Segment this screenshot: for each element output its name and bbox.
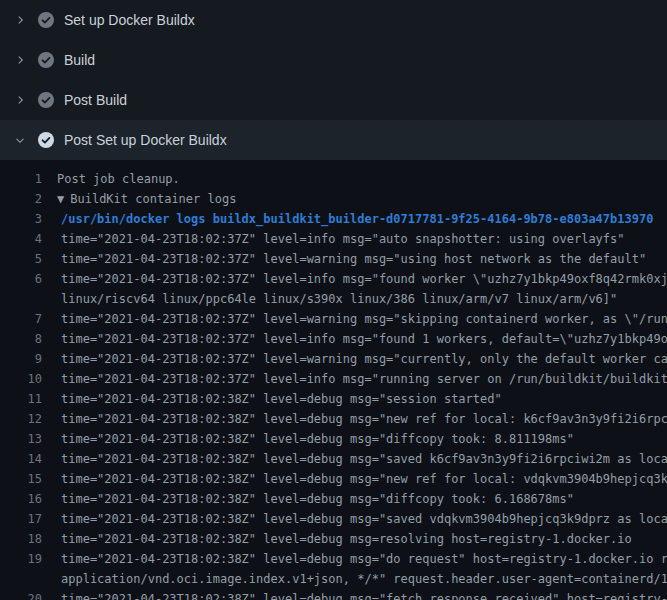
log-line-text: time="2021-04-23T18:02:37Z" level=warnin… [61, 252, 646, 266]
step-row-build[interactable]: Build [0, 40, 667, 80]
log-line-text: time="2021-04-23T18:02:38Z" level=debug … [61, 452, 667, 466]
log-line-text: /usr/bin/docker logs buildx_buildkit_bui… [61, 212, 653, 226]
step-row-post-set-up-docker-buildx[interactable]: Post Set up Docker Buildx [0, 120, 667, 160]
log-line: 17time="2021-04-23T18:02:38Z" level=debu… [0, 509, 667, 529]
group-collapse-marker-icon[interactable]: ▼ [57, 192, 64, 206]
log-line-text: time="2021-04-23T18:02:37Z" level=info m… [61, 272, 667, 286]
log-line-text: time="2021-04-23T18:02:38Z" level=debug … [61, 592, 667, 600]
log-line-number[interactable]: 15 [0, 469, 42, 489]
log-line: 3/usr/bin/docker logs buildx_buildkit_bu… [0, 209, 667, 229]
check-success-icon [38, 132, 54, 148]
log-line: 8time="2021-04-23T18:02:37Z" level=info … [0, 329, 667, 349]
log-line-text: linux/riscv64 linux/ppc64le linux/s390x … [61, 292, 617, 306]
log-line: 1Post job cleanup. [0, 169, 667, 189]
log-pane[interactable]: 1Post job cleanup.2▼BuildKit container l… [0, 160, 667, 600]
log-line-text: time="2021-04-23T18:02:38Z" level=debug … [61, 412, 667, 426]
log-line-number[interactable]: 2 [0, 189, 42, 209]
log-line-text: time="2021-04-23T18:02:37Z" level=info m… [61, 332, 667, 346]
log-line-number[interactable]: 1 [0, 169, 42, 189]
log-line: application/vnd.oci.image.index.v1+json,… [0, 569, 667, 589]
log-line: 2▼BuildKit container logs [0, 189, 667, 209]
check-success-icon [38, 52, 54, 68]
log-line-text: time="2021-04-23T18:02:38Z" level=debug … [61, 512, 667, 526]
log-line-text: time="2021-04-23T18:02:37Z" level=warnin… [61, 352, 667, 366]
log-line-number[interactable]: 17 [0, 509, 42, 529]
log-line: 6time="2021-04-23T18:02:37Z" level=info … [0, 269, 667, 289]
log-line-text: time="2021-04-23T18:02:38Z" level=debug … [61, 392, 502, 406]
step-row-set-up-docker-buildx[interactable]: Set up Docker Buildx [0, 0, 667, 40]
log-line-text: time="2021-04-23T18:02:37Z" level=info m… [61, 232, 625, 246]
chevron-icon [14, 134, 26, 146]
log-line: 16time="2021-04-23T18:02:38Z" level=debu… [0, 489, 667, 509]
log-line-number[interactable]: 14 [0, 449, 42, 469]
log-line-text: time="2021-04-23T18:02:38Z" level=debug … [61, 532, 632, 546]
log-line-number[interactable]: 11 [0, 389, 42, 409]
log-line-number[interactable]: 10 [0, 369, 42, 389]
log-line: 10time="2021-04-23T18:02:37Z" level=info… [0, 369, 667, 389]
log-line-text: time="2021-04-23T18:02:37Z" level=warnin… [61, 312, 667, 326]
check-success-icon [38, 92, 54, 108]
step-row-post-build[interactable]: Post Build [0, 80, 667, 120]
log-line-number[interactable]: 5 [0, 249, 42, 269]
log-line: 14time="2021-04-23T18:02:38Z" level=debu… [0, 449, 667, 469]
log-line-text: time="2021-04-23T18:02:38Z" level=debug … [61, 492, 574, 506]
step-label: Build [64, 50, 95, 70]
log-line-number[interactable]: 13 [0, 429, 42, 449]
steps-list: Set up Docker Buildx Build Post Build [0, 0, 667, 160]
log-line-text: BuildKit container logs [70, 192, 236, 206]
log-line-number[interactable]: 16 [0, 489, 42, 509]
log-line: 7time="2021-04-23T18:02:37Z" level=warni… [0, 309, 667, 329]
log-line: 11time="2021-04-23T18:02:38Z" level=debu… [0, 389, 667, 409]
log-line: 12time="2021-04-23T18:02:38Z" level=debu… [0, 409, 667, 429]
chevron-icon [14, 14, 26, 26]
log-line-text: application/vnd.oci.image.index.v1+json,… [61, 572, 667, 586]
log-line-number[interactable]: 9 [0, 349, 42, 369]
log-line-number[interactable]: 18 [0, 529, 42, 549]
chevron-icon [14, 54, 26, 66]
log-line: 15time="2021-04-23T18:02:38Z" level=debu… [0, 469, 667, 489]
log-line: 19time="2021-04-23T18:02:38Z" level=debu… [0, 549, 667, 569]
log-line-text: time="2021-04-23T18:02:38Z" level=debug … [61, 432, 574, 446]
log-line-number[interactable]: 19 [0, 549, 42, 569]
log-line-number[interactable]: 4 [0, 229, 42, 249]
log-line-number[interactable]: 3 [0, 209, 42, 229]
log-line: 4time="2021-04-23T18:02:37Z" level=info … [0, 229, 667, 249]
log-line: linux/riscv64 linux/ppc64le linux/s390x … [0, 289, 667, 309]
log-line-number[interactable]: 8 [0, 329, 42, 349]
log-line: 20time="2021-04-23T18:02:38Z" level=debu… [0, 589, 667, 600]
log-line-number[interactable]: 7 [0, 309, 42, 329]
log-line: 18time="2021-04-23T18:02:38Z" level=debu… [0, 529, 667, 549]
log-line-number[interactable]: 20 [0, 589, 42, 600]
log-line-number[interactable]: 6 [0, 269, 42, 289]
log-line: 9time="2021-04-23T18:02:37Z" level=warni… [0, 349, 667, 369]
log-line-text: time="2021-04-23T18:02:38Z" level=debug … [61, 552, 667, 566]
check-success-icon [38, 12, 54, 28]
log-line: 13time="2021-04-23T18:02:38Z" level=debu… [0, 429, 667, 449]
log-line-number[interactable]: 12 [0, 409, 42, 429]
log-line-text: Post job cleanup. [57, 172, 180, 186]
chevron-icon [14, 94, 26, 106]
step-label: Post Build [64, 90, 127, 110]
step-label: Set up Docker Buildx [64, 10, 195, 30]
step-label: Post Set up Docker Buildx [64, 130, 227, 150]
log-line-text: time="2021-04-23T18:02:37Z" level=info m… [61, 372, 667, 386]
log-line-text: time="2021-04-23T18:02:38Z" level=debug … [61, 472, 667, 486]
log-line: 5time="2021-04-23T18:02:37Z" level=warni… [0, 249, 667, 269]
